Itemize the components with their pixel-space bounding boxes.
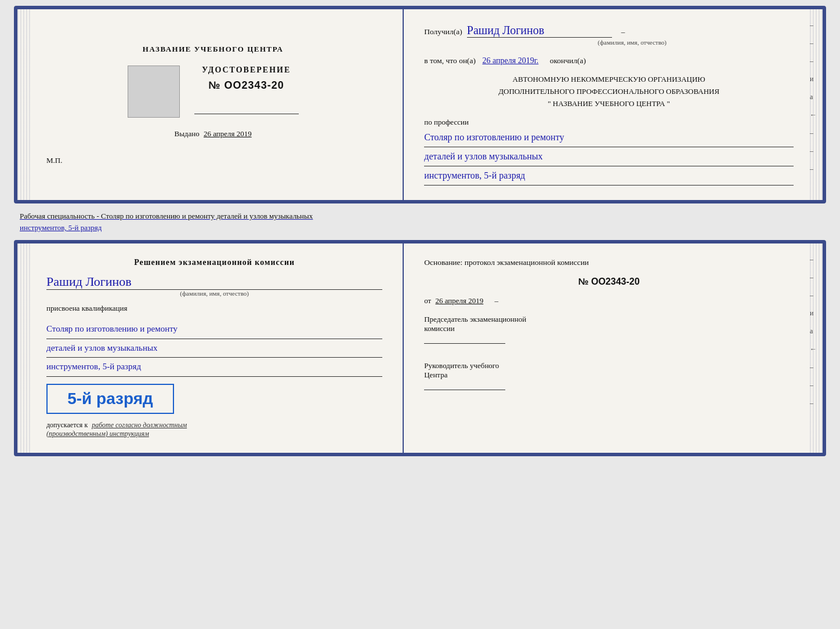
chairman-signature [424, 333, 505, 344]
date-value: 26 апреля 2019г. [482, 56, 538, 65]
director-block: Руководитель учебного Центра [424, 361, 794, 392]
chairman-label: Председатель экзаменационной [424, 315, 794, 324]
received-label: Получил(а) [424, 27, 462, 37]
top-doc-left: НАЗВАНИЕ УЧЕБНОГО ЦЕНТРА УДОСТОВЕРЕНИЕ №… [17, 9, 404, 200]
allowed-label: допускается к [46, 421, 88, 429]
basis-title: Основание: протокол экзаменационной коми… [424, 258, 794, 267]
assigned-label: присвоена квалификация [46, 304, 382, 313]
allowed-cursive2: (производственным) инструкциям [46, 430, 149, 438]
separator-text: Рабочая специальность - Столяр по изгото… [14, 208, 826, 235]
bottom-doc-right: Основание: протокол экзаменационной коми… [404, 243, 823, 453]
issued-label: Выдано [174, 129, 199, 138]
profession-block: по профессии Столяр по изготовлению и ре… [424, 118, 794, 186]
prof-line2: деталей и узлов музыкальных [46, 339, 382, 358]
allowed-block: допускается к работе согласно должностны… [46, 421, 382, 438]
name-subtitle: (фамилия, имя, отчество) [46, 290, 382, 297]
basis-date-prefix: от [424, 296, 431, 305]
chairman-block: Председатель экзаменационной комиссии [424, 315, 794, 346]
basis-date-line: от 26 апреля 2019 – [424, 296, 794, 306]
side-marks-top: –––иа←––– [810, 21, 817, 173]
prof-line1: Столяр по изготовлению и ремонту [46, 320, 382, 339]
profession-block2: Столяр по изготовлению и ремонту деталей… [46, 320, 382, 377]
recipient-block: Получил(а) Рашид Логинов – (фамилия, имя… [424, 24, 794, 46]
director-label: Руководитель учебного [424, 361, 794, 370]
top-doc-right: Получил(а) Рашид Логинов – (фамилия, имя… [404, 9, 823, 200]
top-document: НАЗВАНИЕ УЧЕБНОГО ЦЕНТРА УДОСТОВЕРЕНИЕ №… [14, 6, 826, 203]
director-signature [424, 380, 505, 390]
rank-text: 5-й разряд [57, 390, 164, 408]
chairman-label2: комиссии [424, 324, 794, 333]
issued-line: Выдано 26 апреля 2019 [174, 129, 251, 139]
org-line1: АВТОНОМНУЮ НЕКОММЕРЧЕСКУЮ ОРГАНИЗАЦИЮ [424, 74, 794, 86]
decision-title: Решением экзаменационной комиссии [46, 258, 382, 267]
profession-label: по профессии [424, 118, 794, 127]
org-block: АВТОНОМНУЮ НЕКОММЕРЧЕСКУЮ ОРГАНИЗАЦИЮ ДО… [424, 74, 794, 110]
prof-line3: инструментов, 5-й разряд [46, 358, 382, 377]
profession-line3: инструментов, 5-й разряд [424, 166, 794, 186]
sep-text2: инструментов, 5-й разряд [20, 223, 102, 232]
rank-box: 5-й разряд [46, 384, 174, 414]
mp-label: М.П. [46, 156, 62, 165]
director-label2: Центра [424, 370, 794, 380]
bottom-doc-left: Решением экзаменационной комиссии Рашид … [17, 243, 404, 453]
stamp-placeholder [128, 66, 180, 118]
issued-date: 26 апреля 2019 [204, 129, 252, 138]
org-line2: ДОПОЛНИТЕЛЬНОГО ПРОФЕССИОНАЛЬНОГО ОБРАЗО… [424, 86, 794, 98]
finished-label: окончил(а) [550, 56, 586, 65]
recipient-subtitle: (фамилия, имя, отчество) [470, 39, 794, 46]
profession-line1: Столяр по изготовлению и ремонту [424, 128, 794, 147]
name-cursive: Рашид Логинов [46, 274, 382, 290]
basis-date: 26 апреля 2019 [436, 296, 484, 305]
date-line: в том, что он(а) 26 апреля 2019г. окончи… [424, 56, 794, 66]
side-marks-bottom: –––иа←––– [810, 255, 817, 408]
sep-text1: Рабочая специальность - Столяр по изгото… [20, 212, 313, 220]
org-line3: " НАЗВАНИЕ УЧЕБНОГО ЦЕНТРА " [424, 98, 794, 110]
cert-number: № OO2343-20 [209, 79, 284, 92]
basis-number: № OO2343-20 [424, 277, 794, 287]
allowed-cursive: работе согласно должностным [92, 421, 187, 429]
profession-line2: деталей и узлов музыкальных [424, 147, 794, 166]
date-label: в том, что он(а) [424, 56, 476, 65]
name-block: Рашид Логинов (фамилия, имя, отчество) [46, 274, 382, 297]
cert-label: УДОСТОВЕРЕНИЕ [202, 66, 291, 75]
school-name-top: НАЗВАНИЕ УЧЕБНОГО ЦЕНТРА [143, 45, 284, 54]
left-middle-row: УДОСТОВЕРЕНИЕ № OO2343-20 [128, 66, 299, 118]
bottom-document: Решением экзаменационной комиссии Рашид … [14, 240, 826, 456]
cert-block: УДОСТОВЕРЕНИЕ № OO2343-20 [194, 66, 299, 114]
recipient-name: Рашид Логинов [467, 24, 612, 38]
